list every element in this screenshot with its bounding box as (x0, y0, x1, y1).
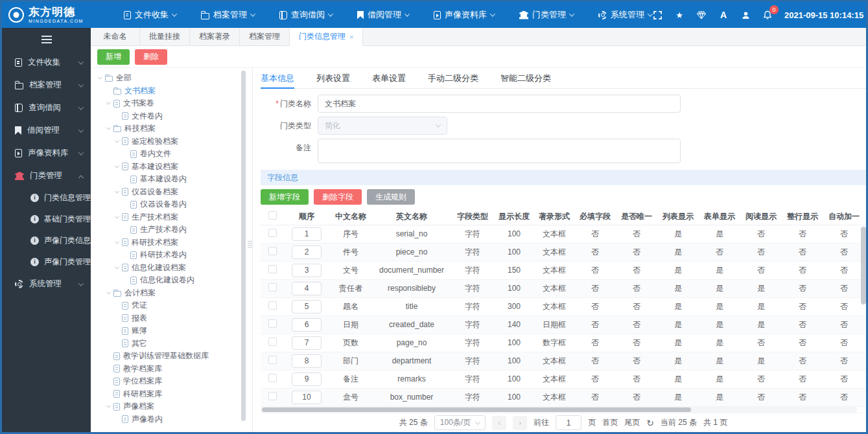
page-size-select[interactable]: 100条/页 (434, 415, 486, 430)
delete-field-button[interactable]: 删除字段 (314, 189, 362, 205)
sidebar-item-门类管理[interactable]: 门类管理 (2, 165, 91, 187)
row-checkbox[interactable] (268, 337, 277, 346)
sidebar-subitem-门类信息管理[interactable]: i门类信息管理 (2, 187, 91, 209)
tree-item-教学档案库[interactable]: 教学档案库 (95, 363, 252, 376)
detail-tab-基本信息[interactable]: 基本信息 (261, 68, 294, 88)
detail-tab-手动二级分类[interactable]: 手动二级分类 (428, 68, 478, 88)
tree-item-卷内文件[interactable]: 卷内文件 (95, 148, 252, 161)
generate-rule-button[interactable]: 生成规则 (367, 189, 415, 205)
first-page-link[interactable]: 首页 (602, 417, 618, 428)
tree-item-科技档案[interactable]: 科技档案 (95, 122, 252, 135)
category-name-input[interactable] (318, 95, 681, 113)
order-input[interactable]: 9 (292, 372, 322, 386)
order-input[interactable]: 8 (292, 354, 322, 368)
order-input[interactable]: 2 (292, 246, 322, 259)
tree-item-科研技术卷内[interactable]: 科研技术卷内 (95, 249, 252, 262)
nav-item-查询借阅[interactable]: 查询借阅 (279, 9, 333, 21)
row-checkbox[interactable] (268, 374, 277, 382)
tree-item-声像卷内[interactable]: 声像卷内 (95, 413, 252, 426)
tree-item-声像档案[interactable]: 声像档案 (95, 400, 252, 413)
row-checkbox[interactable] (268, 247, 277, 255)
tree-item-凭证[interactable]: 凭证 (95, 299, 252, 312)
tree-item-仪器设备卷内[interactable]: 仪器设备卷内 (95, 198, 252, 211)
tree-item-学位档案库[interactable]: 学位档案库 (95, 375, 252, 388)
refresh-icon[interactable]: ↻ (646, 418, 654, 428)
tree-item-信息化建设卷内[interactable]: 信息化建设卷内 (95, 274, 252, 287)
sidebar-item-声像资料库[interactable]: 声像资料库 (2, 142, 91, 165)
sidebar-item-借阅管理[interactable]: 借阅管理 (2, 119, 91, 142)
order-input[interactable]: 1 (292, 227, 322, 241)
tab-门类信息管理[interactable]: 门类信息管理× (290, 28, 363, 46)
close-icon[interactable]: × (349, 33, 353, 41)
last-page-link[interactable]: 尾页 (624, 417, 640, 428)
tree-item-文书案卷[interactable]: 文书案卷 (95, 97, 252, 110)
menu-collapse-icon[interactable] (2, 28, 91, 51)
order-input[interactable]: 4 (292, 282, 322, 295)
delete-button[interactable]: 删除 (135, 49, 167, 65)
user-icon[interactable] (740, 10, 751, 20)
table-vertical-scrollbar[interactable] (861, 225, 866, 406)
select-all-checkbox[interactable] (268, 211, 277, 220)
nav-item-借阅管理[interactable]: 借阅管理 (357, 9, 409, 21)
sidebar-subitem-基础门类管理[interactable]: i基础门类管理 (2, 209, 91, 230)
row-checkbox[interactable] (268, 283, 277, 291)
tree-item-全部[interactable]: 全部 (95, 72, 252, 85)
tree-item-账簿[interactable]: 账簿 (95, 325, 252, 337)
gem-icon[interactable] (696, 10, 707, 20)
tree-item-生产技术档案[interactable]: 生产技术档案 (95, 211, 252, 224)
detail-tab-表单设置[interactable]: 表单设置 (372, 68, 406, 88)
tree-item-生产技术卷内[interactable]: 生产技术卷内 (95, 223, 252, 236)
tree-item-会计档案[interactable]: 会计档案 (95, 287, 252, 300)
next-page-button[interactable]: › (513, 416, 527, 430)
add-button[interactable]: 新增 (97, 49, 130, 65)
tab-未命名[interactable]: 未命名 (91, 28, 140, 45)
tree-item-文件卷内[interactable]: 文件卷内 (95, 110, 252, 123)
order-input[interactable]: 3 (292, 264, 322, 277)
tree-item-教学训练管理基础数据库[interactable]: 教学训练管理基础数据库 (95, 350, 252, 363)
row-checkbox[interactable] (268, 301, 277, 310)
nav-item-档案管理[interactable]: 档案管理 (201, 9, 255, 21)
add-field-button[interactable]: 新增字段 (261, 189, 309, 205)
bell-icon[interactable]: 0 (762, 10, 773, 20)
nav-item-系统管理[interactable]: 系统管理 (598, 9, 652, 21)
font-size-icon[interactable]: A (718, 10, 729, 20)
detail-tab-列表设置[interactable]: 列表设置 (316, 68, 350, 88)
order-input[interactable]: 10 (292, 391, 322, 404)
sidebar-item-文件收集[interactable]: 文件收集 (2, 51, 91, 74)
panel-splitter[interactable] (248, 236, 252, 253)
row-checkbox[interactable] (268, 392, 277, 400)
table-horizontal-scrollbar[interactable] (261, 407, 857, 413)
tree-item-基本建设卷内[interactable]: 基本建设卷内 (95, 173, 252, 186)
row-checkbox[interactable] (268, 356, 277, 364)
tree-scrollbar[interactable] (241, 71, 246, 428)
star-icon[interactable]: ★ (674, 10, 685, 20)
nav-item-门类管理[interactable]: 门类管理 (519, 9, 574, 21)
row-checkbox[interactable] (268, 319, 277, 328)
row-checkbox[interactable] (268, 265, 277, 273)
tree-item-信息化建设档案[interactable]: 信息化建设档案 (95, 262, 252, 275)
detail-tab-智能二级分类[interactable]: 智能二级分类 (500, 68, 551, 88)
tab-档案著录[interactable]: 档案著录 (190, 28, 240, 45)
category-type-select[interactable]: 简化 (318, 117, 447, 135)
tree-item-仪器设备档案[interactable]: 仪器设备档案 (95, 186, 252, 199)
row-checkbox[interactable] (268, 229, 277, 237)
nav-item-文件收集[interactable]: 文件收集 (124, 9, 176, 21)
sidebar-item-查询借阅[interactable]: 查询借阅 (2, 97, 91, 119)
tree-item-科研技术档案[interactable]: 科研技术档案 (95, 236, 252, 249)
tree-item-科研档案库[interactable]: 科研档案库 (95, 388, 252, 401)
sidebar-item-档案管理[interactable]: 档案管理 (2, 74, 91, 97)
tab-档案管理[interactable]: 档案管理 (240, 28, 290, 45)
sidebar-subitem-声像门类管理[interactable]: i声像门类管理 (2, 251, 91, 273)
page-number-input[interactable] (556, 415, 581, 430)
order-input[interactable]: 5 (292, 300, 322, 314)
tab-批量挂接[interactable]: 批量挂接 (140, 28, 190, 45)
tree-item-其它[interactable]: 其它 (95, 337, 252, 350)
prev-page-button[interactable]: ‹ (492, 416, 506, 430)
tree-item-文书档案[interactable]: 文书档案 (95, 85, 252, 98)
order-input[interactable]: 6 (292, 318, 322, 332)
tree-item-基本建设档案[interactable]: 基本建设档案 (95, 161, 252, 174)
tree-item-鉴定检验档案[interactable]: 鉴定检验档案 (95, 135, 252, 148)
sidebar-subitem-声像门类信息[interactable]: i声像门类信息 (2, 230, 91, 251)
remark-textarea[interactable] (318, 139, 681, 163)
tree-item-报表[interactable]: 报表 (95, 312, 252, 325)
